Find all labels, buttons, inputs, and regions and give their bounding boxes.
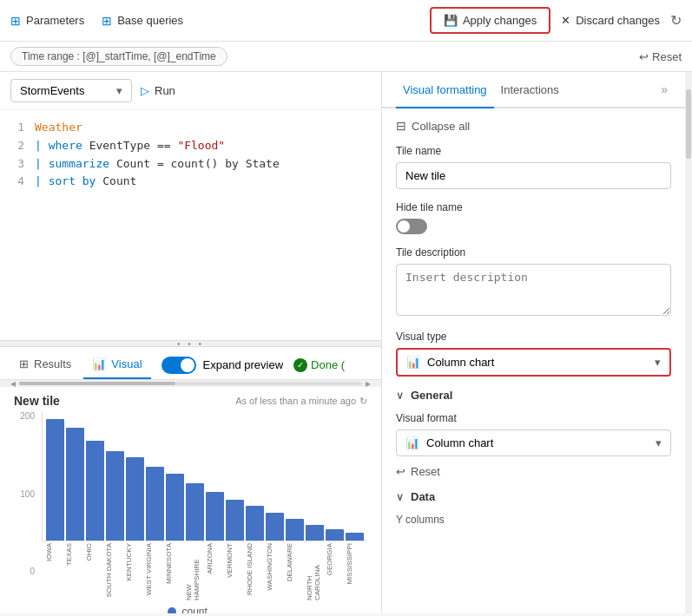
discard-changes-button[interactable]: ✕ Discard changes <box>561 14 660 27</box>
general-section-header[interactable]: ∨ General <box>396 389 671 402</box>
tab-visual-formatting[interactable]: Visual formatting <box>396 73 494 108</box>
collapse-all-button[interactable]: ⊟ Collapse all <box>396 119 470 133</box>
tile-name-input[interactable] <box>396 162 671 189</box>
time-range-pill[interactable]: Time range : [@]_startTime, [@]_endTime <box>10 47 227 66</box>
chart-bar[interactable] <box>46 419 64 541</box>
hide-tile-name-label: Hide tile name <box>396 201 671 213</box>
chart-title-row: New tile As of less than a minute ago ↻ <box>14 394 367 408</box>
hide-tile-toggle[interactable] <box>396 219 427 234</box>
apply-changes-button[interactable]: 💾 Apply changes <box>430 7 550 34</box>
chart-bar[interactable] <box>66 428 84 541</box>
refresh-button[interactable]: ↻ <box>670 12 682 29</box>
base-queries-icon: ⊞ <box>102 14 112 28</box>
run-button[interactable]: ▷ Run <box>141 84 175 97</box>
visual-formatting-label: Visual formatting <box>403 83 487 96</box>
chart-bar[interactable] <box>346 533 364 541</box>
chevron-down-icon: ▾ <box>116 84 122 97</box>
y-label-100: 100 <box>20 489 35 499</box>
horizontal-scrollbar[interactable]: ◂ ▸ <box>0 380 381 387</box>
database-name: StormEvents <box>20 84 84 97</box>
right-content: ⊟ Collapse all Tile name Hide tile name <box>382 108 685 613</box>
right-panel-expand-icon[interactable]: » <box>657 72 671 107</box>
query-controls: StormEvents ▾ ▷ Run <box>0 72 381 110</box>
legend-dot <box>168 607 176 613</box>
x-axis-label: MISSISSIPPI <box>346 543 364 585</box>
tile-name-group: Tile name <box>396 145 671 189</box>
chart-bar[interactable] <box>246 506 264 541</box>
x-axis-label: DELAWARE <box>286 543 304 581</box>
chart-title: New tile <box>14 394 60 408</box>
chart-bar[interactable] <box>146 467 164 541</box>
tile-description-label: Tile description <box>396 246 671 259</box>
tile-description-input[interactable] <box>396 264 671 316</box>
chart-bar[interactable] <box>306 525 324 541</box>
expand-preview-label: Expand preview <box>203 358 284 371</box>
tab-results[interactable]: ⊞ Results <box>10 351 80 379</box>
visual-type-chevron: ▾ <box>655 356 661 369</box>
reset-button[interactable]: ↩ Reset <box>639 50 682 63</box>
x-axis-label: NORTH CAROLINA <box>306 543 324 600</box>
visual-format-select[interactable]: 📊 Column chart ▾ <box>396 429 671 456</box>
x-axis-label: KENTUCKY <box>125 543 143 581</box>
database-select[interactable]: StormEvents ▾ <box>10 79 132 102</box>
bars-area: IOWATEXASOHIOSOUTH DAKOTAKENTUCKYWEST VI… <box>42 411 367 602</box>
run-icon: ▷ <box>141 84 149 97</box>
parameters-label: Parameters <box>26 14 84 27</box>
visual-type-select[interactable]: 📊 Column chart ▾ <box>396 348 671 377</box>
time-range-bar: Time range : [@]_startTime, [@]_endTime … <box>0 42 692 72</box>
bottom-tabs: ⊞ Results 📊 Visual Expand preview ✓ Done… <box>0 347 381 380</box>
chart-bar[interactable] <box>286 519 304 541</box>
discard-icon: ✕ <box>561 14 570 27</box>
visual-icon: 📊 <box>92 357 106 370</box>
chart-bar[interactable] <box>226 500 244 541</box>
x-axis-label: SOUTH DAKOTA <box>105 543 123 598</box>
right-tabs: Visual formatting Interactions » <box>382 72 685 108</box>
x-axis-label: ARIZONA <box>206 543 224 574</box>
data-section-header[interactable]: ∨ Data <box>396 490 671 503</box>
reset-label: Reset <box>652 50 682 63</box>
base-queries-item[interactable]: ⊞ Base queries <box>102 14 183 28</box>
chart-bar[interactable] <box>126 457 144 541</box>
expand-preview-toggle[interactable]: Expand preview <box>161 357 284 374</box>
visual-type-group: Visual type 📊 Column chart ▾ <box>396 331 671 377</box>
apply-icon: 💾 <box>444 14 458 27</box>
code-editor[interactable]: 1 Weather 2 | where EventType == "Flood"… <box>0 110 381 340</box>
drag-handle[interactable]: • • • <box>0 340 381 347</box>
general-label: General <box>411 389 452 402</box>
visual-label: Visual <box>111 357 142 370</box>
chart-bar[interactable] <box>86 441 104 541</box>
hide-tile-name-group: Hide tile name <box>396 201 671 234</box>
chart-bar[interactable] <box>326 529 344 541</box>
parameters-item[interactable]: ⊞ Parameters <box>10 14 84 28</box>
results-icon: ⊞ <box>19 357 29 370</box>
chart-time: As of less than a minute ago ↻ <box>235 396 367 407</box>
tab-visual[interactable]: 📊 Visual <box>83 351 150 379</box>
vertical-scrollbar[interactable] <box>685 72 692 613</box>
general-section: ∨ General Visual format 📊 Column chart ▾… <box>396 389 671 478</box>
toggle-switch[interactable] <box>161 357 196 374</box>
reset-small-label: Reset <box>411 465 440 478</box>
chart-bar[interactable] <box>206 492 224 541</box>
done-label: Done ( <box>311 358 345 371</box>
visual-format-reset-button[interactable]: ↩ Reset <box>396 465 440 478</box>
tab-interactions[interactable]: Interactions <box>494 73 566 108</box>
results-label: Results <box>34 357 71 370</box>
visual-format-label: Visual format <box>396 412 671 424</box>
chart-legend: count_ <box>14 606 367 613</box>
tile-description-group: Tile description <box>396 246 671 318</box>
right-panel: Visual formatting Interactions » ⊟ Colla… <box>382 72 685 613</box>
chart-bar[interactable] <box>186 483 204 541</box>
x-axis-label: NEW HAMPSHIRE <box>185 543 203 600</box>
visual-type-value: Column chart <box>427 356 494 369</box>
chart-area: New tile As of less than a minute ago ↻ … <box>0 387 381 613</box>
chart-bar[interactable] <box>266 513 284 541</box>
data-label: Data <box>411 490 435 503</box>
y-label-0: 0 <box>30 567 35 576</box>
main-area: StormEvents ▾ ▷ Run 1 Weather 2 | where … <box>0 72 692 613</box>
x-axis-label: MINNESOTA <box>165 543 183 584</box>
chart-bar[interactable] <box>166 474 184 541</box>
chevron-down-icon: ∨ <box>396 390 404 402</box>
chart-bar[interactable] <box>106 451 124 541</box>
refresh-chart-icon[interactable]: ↻ <box>359 396 367 407</box>
reset-small-icon: ↩ <box>396 465 405 478</box>
